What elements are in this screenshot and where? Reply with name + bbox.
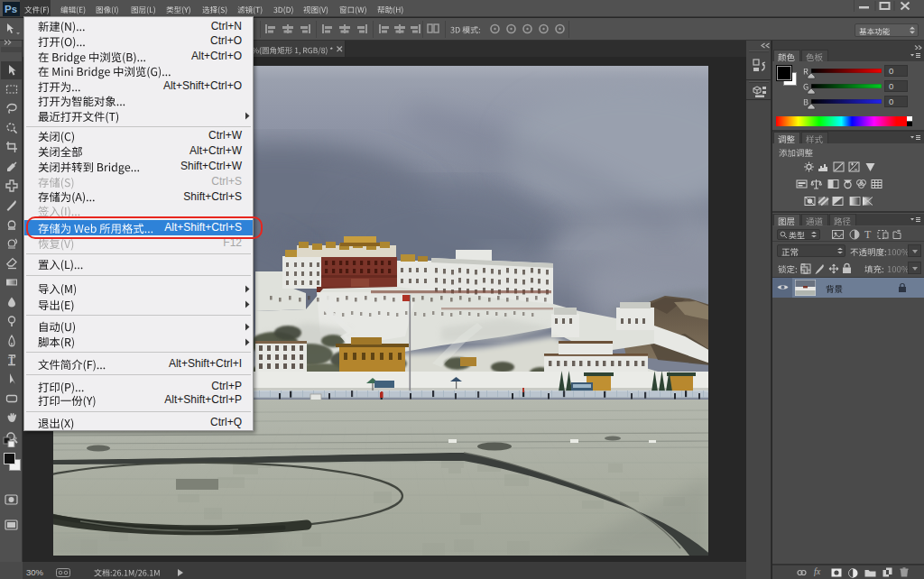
svg-text:T: T: [864, 228, 872, 240]
svg-text:Ps: Ps: [5, 4, 17, 14]
svg-text:T: T: [8, 354, 14, 365]
